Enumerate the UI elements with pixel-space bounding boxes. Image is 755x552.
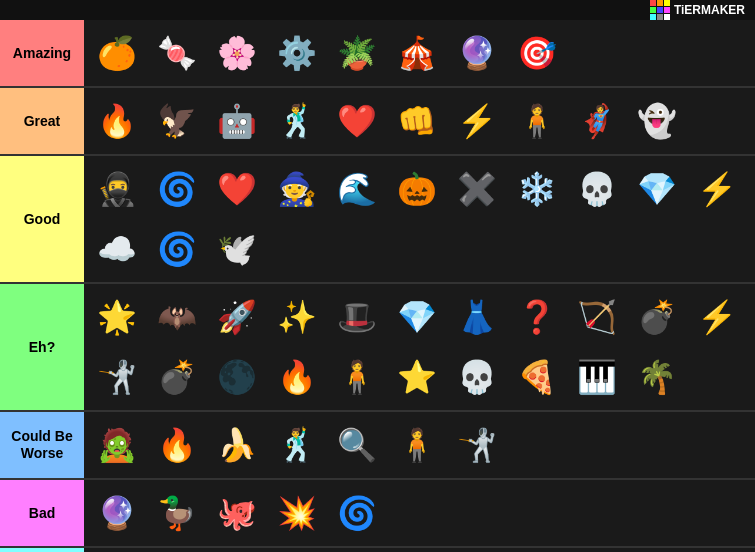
tier-icon-good-11[interactable]: ☁️ [88, 220, 146, 278]
tier-row-good: Good🥷🌀❤️🧙🌊🎃✖️❄️💀💎⚡☁️🌀🕊️ [0, 156, 755, 284]
tier-icon-amazing-5[interactable]: 🎪 [388, 24, 446, 82]
tier-icon-bad-0[interactable]: 🔮 [88, 484, 146, 542]
tier-row-really-bad: Really Bad🎃🎃🧲 [0, 548, 755, 552]
tier-row-great: Great🔥🦅🤖🕺❤️👊⚡🧍🦸👻 [0, 88, 755, 156]
tiermaker-logo: TiERMAKER [650, 0, 745, 20]
tier-content-eh: 🌟🦇🚀✨🎩💎👗❓🏹💣⚡🤺💣🌑🔥🧍⭐💀🍕🎹🌴 [84, 284, 755, 410]
tier-label-really-bad: Really Bad [0, 548, 84, 552]
tier-label-amazing: Amazing [0, 20, 84, 86]
tier-icon-could-be-worse-4[interactable]: 🔍 [328, 416, 386, 474]
tier-icon-bad-3[interactable]: 💥 [268, 484, 326, 542]
tier-icon-amazing-1[interactable]: 🍬 [148, 24, 206, 82]
tier-icon-good-4[interactable]: 🌊 [328, 160, 386, 218]
tier-icon-great-4[interactable]: ❤️ [328, 92, 386, 150]
tier-icon-good-2[interactable]: ❤️ [208, 160, 266, 218]
tier-icon-eh-16[interactable]: ⭐ [388, 348, 446, 406]
tier-icon-great-1[interactable]: 🦅 [148, 92, 206, 150]
logo-text: TiERMAKER [674, 3, 745, 17]
tier-icon-good-10[interactable]: ⚡ [688, 160, 746, 218]
tier-content-bad: 🔮🦆🐙💥🌀 [84, 480, 755, 546]
tier-icon-great-5[interactable]: 👊 [388, 92, 446, 150]
tier-label-good: Good [0, 156, 84, 282]
tier-content-could-be-worse: 🧟🔥🍌🕺🔍🧍🤺 [84, 412, 755, 478]
tier-icon-amazing-0[interactable]: 🍊 [88, 24, 146, 82]
tier-icon-eh-1[interactable]: 🦇 [148, 288, 206, 346]
tier-icon-could-be-worse-2[interactable]: 🍌 [208, 416, 266, 474]
tier-icon-good-1[interactable]: 🌀 [148, 160, 206, 218]
tier-icon-amazing-2[interactable]: 🌸 [208, 24, 266, 82]
tier-icon-amazing-4[interactable]: 🪴 [328, 24, 386, 82]
tier-icon-good-7[interactable]: ❄️ [508, 160, 566, 218]
tier-icon-good-13[interactable]: 🕊️ [208, 220, 266, 278]
tier-icon-could-be-worse-5[interactable]: 🧍 [388, 416, 446, 474]
tier-icon-great-7[interactable]: 🧍 [508, 92, 566, 150]
app-container: TiERMAKER Amazing🍊🍬🌸⚙️🪴🎪🔮🎯Great🔥🦅🤖🕺❤️👊⚡🧍… [0, 0, 755, 552]
tier-icon-eh-14[interactable]: 🔥 [268, 348, 326, 406]
logo-cell [650, 7, 656, 13]
tier-icon-great-0[interactable]: 🔥 [88, 92, 146, 150]
tier-icon-eh-2[interactable]: 🚀 [208, 288, 266, 346]
tier-icon-eh-7[interactable]: ❓ [508, 288, 566, 346]
tier-icon-eh-19[interactable]: 🎹 [568, 348, 626, 406]
tier-icon-great-6[interactable]: ⚡ [448, 92, 506, 150]
tier-icon-could-be-worse-3[interactable]: 🕺 [268, 416, 326, 474]
logo-cell [664, 7, 670, 13]
tier-icon-great-8[interactable]: 🦸 [568, 92, 626, 150]
logo-cell [657, 7, 663, 13]
tier-icon-eh-12[interactable]: 💣 [148, 348, 206, 406]
tier-row-bad: Bad🔮🦆🐙💥🌀 [0, 480, 755, 548]
tier-icon-eh-6[interactable]: 👗 [448, 288, 506, 346]
tier-icon-great-2[interactable]: 🤖 [208, 92, 266, 150]
tier-icon-amazing-6[interactable]: 🔮 [448, 24, 506, 82]
tier-icon-eh-17[interactable]: 💀 [448, 348, 506, 406]
tier-content-good: 🥷🌀❤️🧙🌊🎃✖️❄️💀💎⚡☁️🌀🕊️ [84, 156, 755, 282]
tier-icon-could-be-worse-0[interactable]: 🧟 [88, 416, 146, 474]
tier-icon-could-be-worse-6[interactable]: 🤺 [448, 416, 506, 474]
tier-icon-good-5[interactable]: 🎃 [388, 160, 446, 218]
header: TiERMAKER [0, 0, 755, 20]
tier-icon-eh-8[interactable]: 🏹 [568, 288, 626, 346]
tier-icon-eh-13[interactable]: 🌑 [208, 348, 266, 406]
tier-label-eh: Eh? [0, 284, 84, 410]
tier-table: Amazing🍊🍬🌸⚙️🪴🎪🔮🎯Great🔥🦅🤖🕺❤️👊⚡🧍🦸👻Good🥷🌀❤️… [0, 20, 755, 552]
tier-icon-eh-9[interactable]: 💣 [628, 288, 686, 346]
tier-icon-good-12[interactable]: 🌀 [148, 220, 206, 278]
tier-icon-great-3[interactable]: 🕺 [268, 92, 326, 150]
tier-icon-amazing-3[interactable]: ⚙️ [268, 24, 326, 82]
tier-icon-could-be-worse-1[interactable]: 🔥 [148, 416, 206, 474]
logo-grid [650, 0, 670, 20]
tier-icon-good-8[interactable]: 💀 [568, 160, 626, 218]
tier-row-amazing: Amazing🍊🍬🌸⚙️🪴🎪🔮🎯 [0, 20, 755, 88]
tier-content-amazing: 🍊🍬🌸⚙️🪴🎪🔮🎯 [84, 20, 755, 86]
tier-icon-eh-5[interactable]: 💎 [388, 288, 446, 346]
tier-icon-eh-0[interactable]: 🌟 [88, 288, 146, 346]
tier-icon-bad-2[interactable]: 🐙 [208, 484, 266, 542]
tier-content-really-bad: 🎃🎃🧲 [84, 548, 755, 552]
tier-icon-good-9[interactable]: 💎 [628, 160, 686, 218]
tier-row-eh: Eh?🌟🦇🚀✨🎩💎👗❓🏹💣⚡🤺💣🌑🔥🧍⭐💀🍕🎹🌴 [0, 284, 755, 412]
tier-icon-eh-20[interactable]: 🌴 [628, 348, 686, 406]
tier-row-could-be-worse: Could Be Worse🧟🔥🍌🕺🔍🧍🤺 [0, 412, 755, 480]
tier-icon-eh-10[interactable]: ⚡ [688, 288, 746, 346]
tier-icon-eh-15[interactable]: 🧍 [328, 348, 386, 406]
tier-content-great: 🔥🦅🤖🕺❤️👊⚡🧍🦸👻 [84, 88, 755, 154]
logo-cell [664, 0, 670, 6]
tier-icon-eh-3[interactable]: ✨ [268, 288, 326, 346]
tier-icon-good-3[interactable]: 🧙 [268, 160, 326, 218]
tier-icon-bad-4[interactable]: 🌀 [328, 484, 386, 542]
logo-cell [657, 0, 663, 6]
tier-icon-eh-4[interactable]: 🎩 [328, 288, 386, 346]
tier-label-bad: Bad [0, 480, 84, 546]
tier-icon-amazing-7[interactable]: 🎯 [508, 24, 566, 82]
logo-cell [650, 0, 656, 6]
tier-label-great: Great [0, 88, 84, 154]
tier-icon-good-6[interactable]: ✖️ [448, 160, 506, 218]
tier-icon-eh-18[interactable]: 🍕 [508, 348, 566, 406]
tier-icon-bad-1[interactable]: 🦆 [148, 484, 206, 542]
tier-icon-good-0[interactable]: 🥷 [88, 160, 146, 218]
tier-icon-great-9[interactable]: 👻 [628, 92, 686, 150]
tier-icon-eh-11[interactable]: 🤺 [88, 348, 146, 406]
tier-label-could-be-worse: Could Be Worse [0, 412, 84, 478]
